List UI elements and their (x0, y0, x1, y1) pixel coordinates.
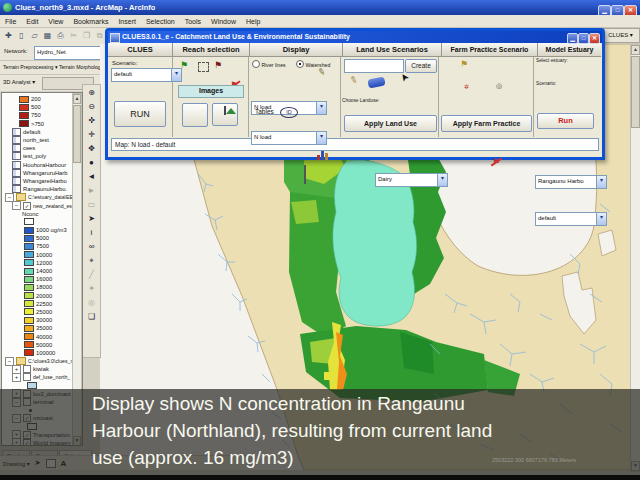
run-clues-button[interactable]: RUN (114, 101, 166, 127)
zoom-out-icon[interactable]: ⊖ (84, 100, 99, 113)
select-features-icon[interactable]: ▭ (84, 198, 99, 211)
layer-label[interactable]: HouhoraHarbour (23, 162, 66, 168)
snapshot-button[interactable] (182, 103, 208, 127)
tab-display[interactable]: Display (250, 43, 343, 57)
expand-icon[interactable]: + (12, 373, 21, 382)
chart-layer-select[interactable]: N load ▾ (251, 131, 327, 145)
menu-item[interactable]: Selection (141, 18, 180, 25)
select-reach-flag-icon[interactable]: ⚑ (180, 60, 188, 70)
measure-icon[interactable]: ╱ (84, 268, 99, 281)
paint-landuse-icon[interactable] (367, 76, 385, 88)
layer-label[interactable]: north_test (23, 137, 49, 143)
menu-item[interactable]: Help (241, 18, 265, 25)
terrain-morphology-menu[interactable]: Terrain Morphology (59, 64, 103, 70)
deselect-reach-flag-icon[interactable]: ⚑ (214, 60, 222, 70)
clues-scenario-select[interactable]: default ▾ (111, 68, 182, 82)
maximize-icon[interactable]: □ (578, 33, 589, 44)
scroll-up-icon[interactable]: ▲ (73, 94, 81, 104)
identify-icon[interactable]: i (84, 226, 99, 239)
new-map-icon[interactable]: ▯ (15, 29, 28, 42)
select-reach-box-icon[interactable] (198, 62, 209, 72)
fixed-zoom-in-icon[interactable]: ✜ (84, 114, 99, 127)
clues-mini-toolbar[interactable]: CLUES ▾ (601, 28, 640, 43)
zoom-in-icon[interactable]: ⊕ (84, 86, 99, 99)
scenario-name-input[interactable] (344, 59, 404, 73)
layer-label[interactable]: WhangaruruHarb (23, 170, 67, 176)
layer-label[interactable]: RangaunuHarbo. (23, 186, 67, 192)
tab-clues[interactable]: CLUES (108, 43, 173, 57)
fixed-zoom-out-icon[interactable]: ✛ (84, 128, 99, 141)
menu-item[interactable]: View (43, 18, 68, 25)
hyperlink-icon[interactable]: ✦ (84, 282, 99, 295)
farm-target-icon[interactable]: ◎ (496, 82, 502, 90)
copy-icon[interactable]: ❐ (80, 29, 93, 42)
dialog-titlebar[interactable]: CLUES3.0.1_e - Catchment Land Use & Envi… (108, 31, 602, 43)
network-label: Network: (4, 48, 28, 54)
run-estuary-button[interactable]: Run (537, 113, 594, 129)
river-lines-label: River lines (261, 62, 285, 68)
go-forward-icon[interactable]: ► (84, 184, 99, 197)
cut-icon[interactable]: ✂ (67, 29, 80, 42)
save-icon[interactable]: ▦ (41, 29, 54, 42)
full-extent-icon[interactable]: ● (84, 156, 99, 169)
minimize-icon[interactable]: ▁ (567, 33, 578, 44)
menu-item[interactable]: Tools (180, 18, 206, 25)
apply-land-use-button[interactable]: Apply Land Use (344, 115, 437, 132)
symbology-pen-icon[interactable]: ✎ (317, 66, 326, 77)
tab-land-use-scenarios[interactable]: Land Use Scenarios (343, 43, 442, 57)
print-icon[interactable]: ⎙ (54, 29, 67, 42)
menu-item[interactable]: Edit (21, 18, 43, 25)
collapse-icon[interactable]: − (12, 201, 21, 210)
estuary-select[interactable]: Rangaunu Harbo ▾ (535, 175, 607, 189)
close-icon[interactable]: ✕ (589, 33, 600, 44)
layer-label[interactable]: WhangareiHarbo (23, 178, 67, 184)
attribute-table-icon[interactable] (304, 165, 306, 184)
scrollbar-thumb[interactable] (73, 105, 81, 163)
tab-farm-practice-scenario[interactable]: Farm Practice Scenario (442, 43, 538, 57)
layer-checkbox[interactable] (23, 202, 31, 210)
layer-checkbox[interactable] (23, 365, 31, 373)
apply-farm-practice-button[interactable]: Apply Farm Practice (441, 115, 532, 132)
layer-label[interactable]: test_poly (23, 153, 46, 159)
farm-point-icon[interactable]: ✲ (464, 83, 469, 90)
go-back-icon[interactable]: ◄ (84, 170, 99, 183)
legend-label: 7500 (36, 243, 49, 249)
layer-label[interactable]: new_zealand_est (33, 203, 73, 209)
terrain-preprocessing-menu[interactable]: Terrain Preprocessing (0, 64, 53, 70)
scroll-up-icon[interactable]: ▲ (631, 45, 640, 55)
farm-flag-icon[interactable]: ⚑ (460, 59, 468, 69)
create-scenario-button[interactable]: Create (405, 59, 437, 73)
menu-item[interactable]: Insert (113, 18, 141, 25)
menu-item[interactable]: Window (206, 18, 241, 25)
landuse-select[interactable]: Dairy ▾ (375, 173, 448, 187)
menu-item[interactable]: Bookmarks (68, 18, 113, 25)
legend-label: 35000 (36, 325, 52, 331)
id-table-icon[interactable]: ID (280, 107, 298, 118)
farm-clear-flag-icon[interactable]: ⚑ (492, 157, 500, 167)
layer-checkbox[interactable] (23, 373, 31, 381)
html-popup-icon[interactable]: ❏ (84, 310, 99, 323)
add-data-icon[interactable]: ✚ (2, 29, 15, 42)
river-lines-radio[interactable]: River lines (252, 60, 286, 68)
image-view-button[interactable] (212, 103, 238, 126)
menu-item[interactable]: File (0, 18, 21, 25)
tab-model-estuary[interactable]: Model Estuary (538, 43, 601, 57)
magnifier-window-icon[interactable]: ◎ (84, 296, 99, 309)
scrollbar-thumb[interactable] (631, 56, 640, 128)
open-icon[interactable]: ▱ (28, 29, 41, 42)
legend-swatch (19, 96, 29, 103)
layer-label[interactable]: def_luse_north_ (33, 374, 70, 380)
draw-pencil-icon[interactable]: ✎ (349, 74, 359, 86)
group-layer-label[interactable]: C:\estuary_data\EEC (28, 194, 77, 200)
go-to-xy-icon[interactable]: ⌖ (84, 254, 99, 267)
estuary-scenario-select[interactable]: default ▾ (535, 212, 607, 226)
layer-label[interactable]: default (23, 129, 40, 135)
group-layer-label[interactable]: C:\clues3.0\clues_no (28, 358, 76, 364)
pan-icon[interactable]: ✥ (84, 142, 99, 155)
layer-label[interactable]: cees (23, 145, 35, 151)
find-icon[interactable]: ∞ (84, 240, 99, 253)
tab-reach-selection[interactable]: Reach selection (173, 43, 250, 57)
select-elements-icon[interactable]: ➤ (84, 212, 99, 225)
analyst-3d-menu[interactable]: 3D Analyst (0, 79, 31, 85)
layer-label[interactable]: kiwiak (33, 366, 49, 372)
